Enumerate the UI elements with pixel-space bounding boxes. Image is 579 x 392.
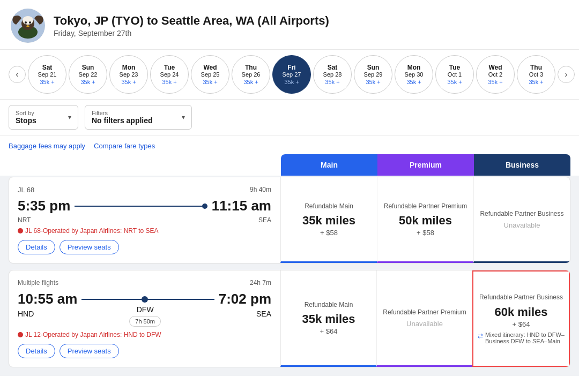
flight-line-dot-0 xyxy=(202,203,207,209)
header-text: Tokyo, JP (TYO) to Seattle Area, WA (All… xyxy=(54,14,329,37)
date-item-Sep-24[interactable]: Tue Sep 24 35k + xyxy=(150,55,189,94)
date-item-Sep-29[interactable]: Sun Sep 29 35k + xyxy=(354,55,392,94)
fare-type-0-0: Refundable Main xyxy=(305,202,353,211)
date-item-Oct-3[interactable]: Thu Oct 3 35k + xyxy=(517,55,555,94)
date-item-Sep-26[interactable]: Thu Sep 26 35k + xyxy=(232,55,270,94)
depart-time-0: 5:35 pm xyxy=(18,198,70,214)
fare-header-main: Main xyxy=(281,154,377,176)
controls-bar: Sort by Stops ▾ Filters No filters appli… xyxy=(0,100,579,135)
arrive-airport-1: SEA xyxy=(256,310,271,318)
flight-line-0 xyxy=(75,206,207,207)
fare-col-0-0[interactable]: Refundable Main 35k miles + $58 xyxy=(280,177,377,263)
fare-cash-1-0: + $64 xyxy=(320,327,338,335)
operated-text-0: JL 68-Operated by Japan Airlines: NRT to… xyxy=(25,227,159,235)
filter-chevron-icon: ▾ xyxy=(182,114,185,121)
date-next-button[interactable]: › xyxy=(558,66,575,83)
flight-card-1: Multiple flights 24h 7m 10:55 am 7:02 pm… xyxy=(9,270,570,367)
page-subtitle: Friday, September 27th xyxy=(54,29,329,37)
filter-value: No filters applied xyxy=(92,116,153,125)
fare-col-0-1[interactable]: Refundable Partner Premium 50k miles + $… xyxy=(377,177,473,263)
fare-cash-1-2: + $64 xyxy=(513,320,530,328)
svg-point-5 xyxy=(29,21,31,24)
flights-container: JL 68 9h 40m 5:35 pm 11:15 am NRT SEA JL xyxy=(0,176,579,376)
fare-cash-0-0: + $58 xyxy=(320,229,338,237)
operated-by-0: JL 68-Operated by Japan Airlines: NRT to… xyxy=(18,227,271,235)
fare-cols-1: Refundable Main 35k miles + $64 Refundab… xyxy=(280,270,570,367)
date-item-Sep-23[interactable]: Mon Sep 23 35k + xyxy=(109,55,148,94)
flight-times-0: 5:35 pm 11:15 am xyxy=(18,198,271,214)
flight-actions-0: Details Preview seats xyxy=(18,240,271,254)
baggage-fees-link[interactable]: Baggage fees may apply xyxy=(9,140,85,152)
fare-cols-0: Refundable Main 35k miles + $58 Refundab… xyxy=(280,177,570,263)
fare-type-1-1: Refundable Partner Premium xyxy=(383,308,466,317)
sort-dropdown[interactable]: Sort by Stops ▾ xyxy=(9,105,78,130)
depart-time-1: 10:55 am xyxy=(18,291,77,307)
operated-dot-0 xyxy=(18,228,23,233)
preview-seats-button-0[interactable]: Preview seats xyxy=(60,240,119,254)
flight-duration-1: 24h 7m xyxy=(250,279,271,287)
date-item-Sep-28[interactable]: Sat Sep 28 35k + xyxy=(313,55,352,94)
operated-dot-1 xyxy=(18,332,23,337)
fare-unavailable-1-1: Unavailable xyxy=(406,320,443,328)
fare-miles-1-0: 35k miles xyxy=(302,312,355,326)
date-item-Sep-21[interactable]: Sat Sep 21 35k + xyxy=(28,55,66,94)
depart-airport-1: HND xyxy=(18,310,34,318)
date-item-Sep-30[interactable]: Mon Sep 30 35k + xyxy=(395,55,433,94)
fare-miles-0-0: 35k miles xyxy=(302,214,355,228)
fare-unavailable-0-2: Unavailable xyxy=(504,221,540,229)
sort-label: Sort by xyxy=(16,110,36,116)
avatar xyxy=(11,9,45,43)
details-button-0[interactable]: Details xyxy=(18,240,55,254)
flight-card-0: JL 68 9h 40m 5:35 pm 11:15 am NRT SEA JL xyxy=(9,177,570,263)
date-items-container: Sat Sep 21 35k + Sun Sep 22 35k + Mon Se… xyxy=(28,55,555,94)
svg-point-4 xyxy=(25,21,27,24)
fare-headers-row: Main Premium Business xyxy=(0,154,579,176)
date-item-Sep-22[interactable]: Sun Sep 22 35k + xyxy=(69,55,107,94)
stopover-duration-1: 7h 50m xyxy=(129,316,161,327)
fare-miles-0-1: 50k miles xyxy=(399,214,452,228)
fare-note-text-1-2: Mixed itinerary: HND to DFW–Business DFW… xyxy=(485,331,565,344)
airports-row-1: HND DFW 7h 50m SEA xyxy=(18,310,271,327)
flight-duration-0: 9h 40m xyxy=(250,186,271,193)
links-bar: Baggage fees may apply Compare fare type… xyxy=(0,135,579,154)
fare-type-1-2: Refundable Partner Business xyxy=(479,293,563,302)
preview-seats-button-1[interactable]: Preview seats xyxy=(60,344,119,358)
flight-line-container-1 xyxy=(81,299,214,300)
stopover-col-1: DFW 7h 50m xyxy=(129,305,161,327)
fare-type-0-1: Refundable Partner Premium xyxy=(384,202,467,211)
fare-col-1-2[interactable]: Refundable Partner Business 60k miles + … xyxy=(472,270,570,367)
arrive-time-0: 11:15 am xyxy=(212,198,271,214)
filter-dropdown[interactable]: Filters No filters applied ▾ xyxy=(85,105,192,130)
date-prev-button[interactable]: ‹ xyxy=(9,66,26,83)
date-item-Oct-2[interactable]: Wed Oct 2 35k + xyxy=(476,55,515,94)
filter-dropdown-content: Filters No filters applied xyxy=(92,110,153,125)
flight-stop-dot-1 xyxy=(142,296,148,303)
flight-airports-0: NRT SEA xyxy=(18,216,271,224)
date-item-Oct-1[interactable]: Tue Oct 1 35k + xyxy=(435,55,474,94)
fare-headers: Main Premium Business xyxy=(281,154,570,176)
fare-cash-0-1: + $58 xyxy=(417,229,434,237)
date-item-Sep-27[interactable]: Fri Sep 27 35k + xyxy=(272,55,311,94)
stopover-airport-1: DFW xyxy=(137,305,154,314)
page-title: Tokyo, JP (TYO) to Seattle Area, WA (All… xyxy=(54,14,329,28)
multi-label-1: Multiple flights xyxy=(18,279,58,287)
filter-label: Filters xyxy=(92,110,153,116)
compare-fares-link[interactable]: Compare fare types xyxy=(94,140,155,152)
date-item-Sep-25[interactable]: Wed Sep 25 35k + xyxy=(191,55,229,94)
date-strip: ‹ Sat Sep 21 35k + Sun Sep 22 35k + Mon … xyxy=(0,50,579,100)
arrive-time-1: 7:02 pm xyxy=(219,291,271,307)
depart-airport-0: NRT xyxy=(18,216,31,224)
arrive-airport-0: SEA xyxy=(258,216,271,224)
flight-info-0: JL 68 9h 40m 5:35 pm 11:15 am NRT SEA JL xyxy=(9,177,280,263)
header: Tokyo, JP (TYO) to Seattle Area, WA (All… xyxy=(0,0,579,50)
page: Tokyo, JP (TYO) to Seattle Area, WA (All… xyxy=(0,0,579,392)
sort-dropdown-content: Sort by Stops xyxy=(16,110,36,125)
details-button-1[interactable]: Details xyxy=(18,344,55,358)
fare-col-1-0[interactable]: Refundable Main 35k miles + $64 xyxy=(280,270,376,367)
fare-note-1-2: ⇄ Mixed itinerary: HND to DFW–Business D… xyxy=(478,331,565,344)
fare-col-0-2[interactable]: Refundable Partner Business Unavailable xyxy=(473,177,570,263)
fare-col-1-1[interactable]: Refundable Partner Premium Unavailable xyxy=(376,270,472,367)
flight-line-bg-1 xyxy=(81,299,214,300)
fare-header-business: Business xyxy=(474,154,570,176)
flight-info-spacer xyxy=(9,154,281,176)
